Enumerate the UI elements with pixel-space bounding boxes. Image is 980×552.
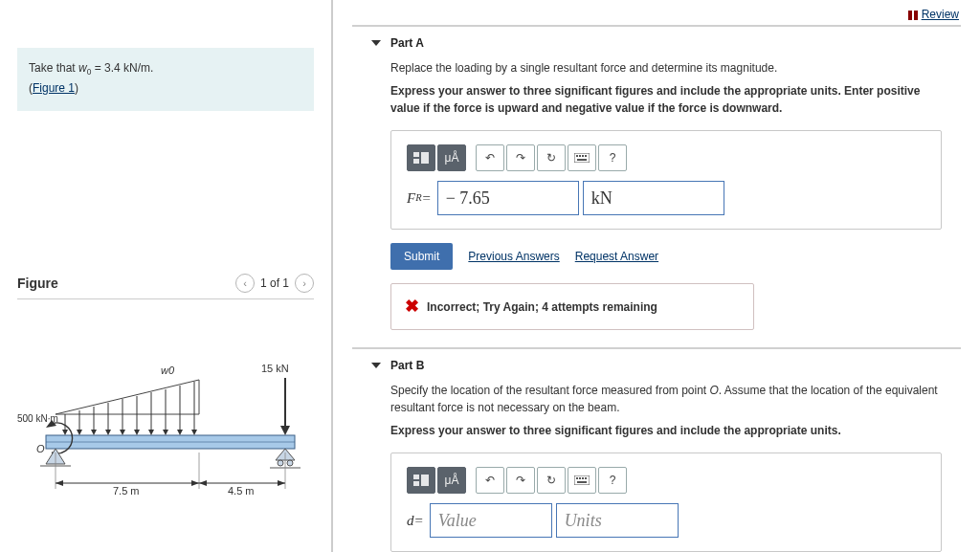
svg-marker-37 [191,480,199,486]
svg-rect-50 [585,155,587,157]
svg-marker-14 [91,430,97,435]
review-link[interactable]: Review [908,8,959,21]
answer-toolbar: μÅ ↶ ↷ ↻ ? [407,144,925,171]
svg-rect-48 [579,155,581,157]
svg-point-28 [278,460,283,466]
part-b-prompt: Specify the location of the resultant fo… [390,382,942,416]
caret-down-icon [371,40,381,46]
svg-rect-49 [582,155,584,157]
part-b-value-input[interactable]: Value [430,503,552,538]
span-left-label: 7.5 m [113,485,140,497]
part-b: Part B Specify the location of the resul… [352,347,961,552]
svg-rect-54 [421,475,429,486]
figure-link[interactable]: Figure 1 [33,81,75,95]
part-a-header[interactable]: Part A [352,27,961,59]
svg-rect-46 [574,153,590,163]
figure-diagram: w0 15 kN 500 kN·m O [17,349,314,515]
review-icon [908,10,918,19]
svg-rect-43 [413,152,419,157]
moment-label: 500 kN·m [17,413,58,424]
caret-down-icon [371,363,381,368]
svg-marker-40 [278,480,285,486]
part-a-units-input[interactable]: kN [583,181,724,215]
part-b-answer-box: μÅ ↶ ↷ ↻ ? d = Value Units [390,453,942,552]
svg-marker-19 [77,430,82,435]
svg-marker-16 [148,430,154,435]
units-menu-button[interactable]: μÅ [437,144,466,171]
submit-button[interactable]: Submit [390,243,453,270]
svg-marker-13 [62,430,68,435]
svg-rect-53 [413,481,419,486]
part-b-variable: d = [407,503,430,538]
given-text: Take that w0 = 3.4 kN/m. [29,59,302,79]
keyboard-button[interactable] [568,467,596,494]
svg-marker-15 [120,430,125,435]
w0-label: w0 [161,364,175,376]
svg-marker-2 [56,380,199,414]
svg-marker-20 [105,430,111,435]
feedback-text: Incorrect; Try Again; 4 attempts remaini… [427,298,657,316]
answer-toolbar-b: μÅ ↶ ↷ ↻ ? [407,467,925,494]
undo-button[interactable]: ↶ [476,467,504,494]
svg-rect-45 [421,152,429,164]
svg-rect-56 [576,477,578,479]
undo-button[interactable]: ↶ [476,144,504,171]
part-b-title: Part B [390,359,424,372]
part-a-title: Part A [390,36,424,50]
svg-rect-60 [577,481,587,483]
svg-marker-18 [191,430,197,435]
part-a-variable: FR = [407,181,437,215]
pager-status: 1 of 1 [260,276,289,290]
svg-rect-42 [914,11,918,20]
part-a-answer-box: μÅ ↶ ↷ ↻ ? FR = − 7.65 kN [390,130,942,230]
svg-point-29 [287,460,293,466]
part-a-value-input[interactable]: − 7.65 [437,181,579,215]
svg-rect-41 [908,11,912,20]
redo-button[interactable]: ↷ [506,144,535,171]
problem-statement: Take that w0 = 3.4 kN/m. (Figure 1) [17,48,314,111]
part-a: Part A Replace the loading by a single r… [352,25,961,330]
svg-rect-52 [413,475,419,479]
keyboard-button[interactable] [568,144,596,171]
svg-rect-44 [413,159,419,164]
part-b-instructions: Express your answer to three significant… [390,422,942,439]
part-a-feedback: ✖ Incorrect; Try Again; 4 attempts remai… [390,283,754,330]
incorrect-icon: ✖ [405,294,419,320]
help-button[interactable]: ? [598,467,627,494]
svg-rect-55 [574,475,590,485]
point-load-label: 15 kN [261,363,289,374]
svg-marker-36 [56,480,63,486]
svg-rect-59 [585,477,587,479]
svg-marker-24 [280,426,290,435]
templates-button[interactable] [407,467,435,494]
units-menu-button[interactable]: μÅ [437,467,466,494]
redo-button[interactable]: ↷ [506,467,535,494]
svg-marker-39 [199,480,207,486]
svg-rect-51 [577,159,587,161]
svg-rect-58 [582,477,584,479]
svg-rect-57 [579,477,581,479]
svg-rect-47 [576,155,578,157]
part-a-instructions: Express your answer to three significant… [390,82,942,117]
pager-prev-button[interactable]: ‹ [235,274,255,293]
pager-next-button[interactable]: › [295,274,314,293]
svg-marker-17 [177,430,183,435]
request-answer-link[interactable]: Request Answer [575,248,658,265]
help-button[interactable]: ? [598,144,627,171]
svg-marker-22 [163,430,168,435]
span-right-label: 4.5 m [228,485,255,497]
reset-button[interactable]: ↻ [537,144,566,171]
origin-o: O [36,443,45,454]
figure-pager: ‹ 1 of 1 › [235,274,314,293]
svg-marker-21 [134,430,140,435]
templates-button[interactable] [407,144,435,171]
part-b-units-input[interactable]: Units [556,503,679,538]
part-a-prompt: Replace the loading by a single resultan… [390,59,942,77]
previous-answers-link[interactable]: Previous Answers [468,248,559,265]
part-b-header[interactable]: Part B [352,349,961,382]
reset-button[interactable]: ↻ [537,467,566,494]
figure-heading: Figure [17,276,58,291]
